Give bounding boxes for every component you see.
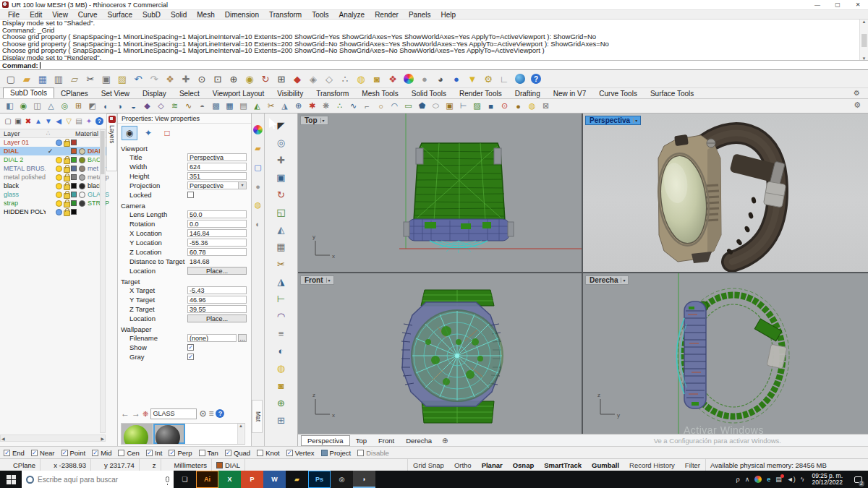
tab-cplanes[interactable]: CPlanes [54, 89, 95, 98]
render-sphere-gray-icon[interactable]: ● [417, 72, 433, 87]
wallpaper-filename-field[interactable]: (none) [187, 334, 237, 342]
menu-subd[interactable]: SubD [137, 11, 166, 19]
wireframe-display-icon[interactable]: ◇ [321, 72, 337, 87]
y-target-field[interactable]: 46.96 [187, 296, 247, 304]
viewport-perspective[interactable]: Perspectiva▾ [583, 114, 868, 272]
x-location-field[interactable]: 146.84 [187, 229, 247, 237]
tray-people-icon[interactable]: ρ [736, 476, 740, 483]
viewport-label-top[interactable]: Top▾ [300, 116, 328, 125]
explode-icon[interactable]: ✱ [305, 100, 319, 112]
chevron-down-icon[interactable]: ▾ [320, 118, 326, 123]
z-location-field[interactable]: 60.78 [187, 248, 247, 256]
layer-visibility-bulb-icon[interactable] [55, 191, 63, 198]
tab-curve-tools[interactable]: Curve Tools [592, 89, 644, 98]
osnap-vertex[interactable]: ✓ Vertex [286, 449, 315, 457]
forward-arrow-icon[interactable]: → [132, 408, 140, 419]
lights-tab-icon[interactable]: ◍ [253, 200, 263, 210]
pan-icon[interactable]: ❖ [162, 72, 178, 87]
menu-surface[interactable]: Surface [103, 11, 137, 19]
print-icon[interactable]: ▥ [51, 72, 67, 87]
revolve-icon[interactable]: ◓ [195, 100, 209, 112]
osnap-checkbox[interactable]: ✓ [92, 450, 98, 456]
osnap-checkbox[interactable] [199, 450, 205, 456]
menu-view[interactable]: View [47, 11, 73, 19]
tray-display-icon[interactable]: ▤ [775, 476, 782, 483]
new-sublayer-icon[interactable]: ▣ [13, 116, 23, 127]
boolean-difference-icon[interactable]: ◑ [113, 100, 127, 112]
tab-surface-tools[interactable]: Surface Tools [644, 89, 700, 98]
projection-dropdown[interactable]: Perspective▾ [187, 181, 247, 189]
tab-set-view[interactable]: Set View [95, 89, 136, 98]
scroll-right-icon[interactable]: ▶ [101, 436, 104, 441]
point-icon[interactable]: ∴ [333, 100, 346, 112]
taskbar-rhino-icon[interactable]: ◗ [353, 471, 375, 488]
osnap-perp[interactable]: ✓ Perp [169, 449, 192, 457]
toggle-osnap[interactable]: Osnap [508, 459, 540, 471]
curve-boolean-icon[interactable]: ◐ [273, 342, 290, 359]
display-tab-icon[interactable]: ▢ [253, 163, 263, 172]
menu-solid[interactable]: Solid [166, 11, 192, 19]
osnap-checkbox[interactable]: ✓ [146, 450, 153, 456]
layer-sort-icon[interactable]: ∴ [46, 130, 50, 137]
taskbar-explorer-icon[interactable]: ▰ [286, 471, 308, 488]
boolean-union-icon[interactable]: ◐ [99, 100, 113, 112]
taskbar-word-icon[interactable]: W [263, 471, 286, 488]
extend-tool-icon[interactable]: ⊢ [273, 290, 290, 307]
analyze-icon[interactable]: ⊙ [498, 100, 511, 112]
layers-help-icon[interactable]: ? [95, 117, 103, 125]
subd-cylinder-icon[interactable]: ◫ [30, 100, 44, 112]
move-down-icon[interactable]: ▼ [43, 116, 54, 127]
osnap-checkbox[interactable] [321, 450, 328, 456]
rotation-field[interactable]: 0.0 [187, 220, 247, 228]
osnap-end[interactable]: ✓ End [4, 449, 25, 457]
menu-dimension[interactable]: Dimension [220, 11, 264, 19]
chevron-down-icon[interactable]: ▾ [633, 118, 639, 123]
tab-transform[interactable]: Transform [310, 89, 355, 98]
osnap-checkbox[interactable]: ✓ [4, 450, 10, 456]
toggle-filter[interactable]: Filter [680, 459, 705, 471]
layer-panel-icon[interactable]: ❖ [385, 72, 401, 87]
new-file-icon[interactable]: ▢ [3, 72, 19, 87]
filter-icon[interactable]: ▽ [64, 116, 74, 127]
layer-lock-icon[interactable] [63, 200, 71, 207]
layer-color-swatch[interactable] [71, 174, 77, 180]
layer-visibility-bulb-icon[interactable] [55, 208, 63, 215]
delete-layer-icon[interactable]: ✖ [23, 116, 33, 127]
polyline-icon[interactable]: ⌐ [360, 100, 374, 112]
cut-icon[interactable]: ✂ [82, 72, 98, 87]
viewport-label-perspective[interactable]: Perspectiva▾ [585, 116, 641, 125]
offset-icon[interactable]: ◩ [85, 100, 99, 112]
status-x[interactable]: x -2388.93 [41, 459, 91, 471]
osnap-checkbox[interactable]: ✓ [31, 450, 38, 456]
export-icon[interactable]: ▱ [67, 72, 82, 87]
zoom-extents-icon[interactable]: ⊕ [226, 72, 242, 87]
hide-object-icon[interactable]: ◍ [273, 359, 290, 377]
rectangle-icon[interactable]: ▭ [401, 100, 415, 112]
tab-subd-tools[interactable]: SubD Tools [3, 87, 54, 98]
layer-lock-icon[interactable] [63, 156, 71, 163]
viewport-width-field[interactable]: 624 [187, 163, 247, 171]
collapse-icon[interactable]: ◀ [54, 116, 64, 127]
status-units[interactable]: Millimeters [161, 459, 212, 471]
undo-icon[interactable]: ↶ [130, 72, 146, 87]
menu-edit[interactable]: Edit [25, 11, 47, 19]
close-button[interactable]: ✕ [848, 0, 868, 9]
menu-mesh[interactable]: Mesh [192, 11, 219, 19]
status-z[interactable]: z [140, 459, 161, 471]
layer-visibility-bulb-icon[interactable] [55, 182, 63, 189]
tab-new-in-v7[interactable]: New in V7 [547, 89, 593, 98]
join-icon[interactable]: ⊕ [292, 100, 305, 112]
menu-help[interactable]: Help [436, 11, 461, 19]
layer-lock-icon[interactable] [63, 165, 71, 172]
polygon-icon[interactable]: ⬟ [415, 100, 429, 112]
materials-help-icon[interactable]: ? [216, 409, 224, 418]
layer-visibility-bulb-icon[interactable] [55, 165, 63, 172]
maximize-button[interactable]: ▢ [827, 0, 848, 9]
tray-edge-icon[interactable]: e [767, 476, 770, 483]
dimension-icon[interactable]: ⊢ [456, 100, 470, 112]
osnap-quad[interactable]: ✓ Quad [225, 449, 250, 457]
layer-lock-icon[interactable] [63, 139, 71, 146]
osnap-mid[interactable]: ✓ Mid [92, 449, 111, 457]
zoom-selected-icon[interactable]: ◉ [242, 72, 258, 87]
layers-panel-side-tab[interactable]: Layers [106, 114, 117, 171]
